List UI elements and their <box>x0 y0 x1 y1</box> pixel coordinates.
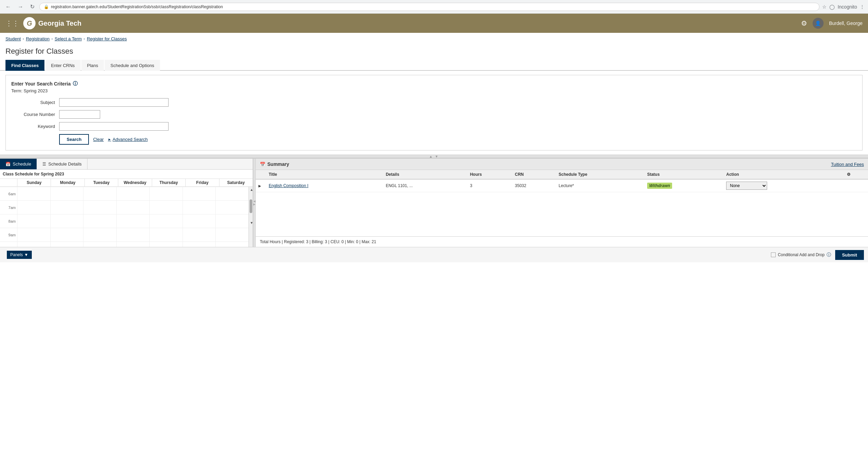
row-title: English Composition I <box>266 179 383 192</box>
status-badge: Withdrawn <box>647 183 672 189</box>
day-monday: Monday <box>51 179 84 186</box>
scroll-down-arrow[interactable]: ▼ <box>249 220 253 226</box>
tab-plans[interactable]: Plans <box>81 60 104 71</box>
col-header-action: Action <box>723 170 844 179</box>
course-number-label: Course Number <box>11 112 59 117</box>
day-tuesday: Tuesday <box>84 179 118 186</box>
breadcrumb-registration[interactable]: Registration <box>26 36 50 41</box>
handle-dots: ▲ ▼ <box>429 155 439 158</box>
conditional-checkbox[interactable] <box>771 252 776 257</box>
row-settings <box>844 179 868 192</box>
term-label: Term: Spring 2023 <box>11 88 857 93</box>
breadcrumb-sep-1: • <box>52 37 53 40</box>
row-action: None Drop Web Drop <box>723 179 844 192</box>
breadcrumb-register[interactable]: Register for Classes <box>87 36 127 41</box>
col-header-crn: CRN <box>512 170 556 179</box>
browser-bar: ← → ↻ 🔒 registration.banner.gatech.edu/S… <box>0 0 868 14</box>
address-bar[interactable]: 🔒 registration.banner.gatech.edu/Student… <box>39 3 819 11</box>
keyword-input[interactable] <box>59 122 169 131</box>
calendar-scrollbar[interactable]: ▲ ▼ <box>249 187 253 247</box>
form-actions: Search Clear ► Advanced Search <box>11 134 857 145</box>
page-title: Register for Classes <box>0 45 868 60</box>
profile-icon[interactable]: ◯ <box>829 4 835 10</box>
back-button[interactable]: ← <box>3 3 13 11</box>
breadcrumb-sep-2: • <box>84 37 85 40</box>
keyword-label: Keyword <box>11 124 59 129</box>
schedule-tabs: 📅 Schedule ☰ Schedule Details <box>0 159 253 170</box>
info-icon[interactable]: ⓘ <box>73 81 78 87</box>
app-header-right: ⚙ 👤 Burdell, George <box>801 18 863 29</box>
summary-title: 📅 Summary <box>260 161 289 167</box>
col-header-details: Details <box>383 170 467 179</box>
day-columns <box>17 187 249 247</box>
forward-button[interactable]: → <box>16 3 25 11</box>
time-10am: 10am <box>0 241 17 247</box>
col-header-hours: Hours <box>467 170 512 179</box>
summary-table-head: Title Details Hours CRN Schedule Type St… <box>256 170 868 179</box>
breadcrumb-select-term[interactable]: Select a Term <box>55 36 82 41</box>
row-hours: 3 <box>467 179 512 192</box>
panels-button[interactable]: Panels ▼ <box>7 251 32 259</box>
action-select[interactable]: None Drop Web Drop <box>726 182 767 190</box>
bottom-area: 📅 Schedule ☰ Schedule Details Class Sche… <box>0 158 868 247</box>
triangle-icon: ► <box>108 137 111 141</box>
summary-header: 📅 Summary Tuition and Fees <box>256 159 868 170</box>
grid-icon[interactable]: ⋮⋮ <box>5 19 19 27</box>
col-header-title-text: Title <box>266 170 383 179</box>
conditional-info-icon[interactable]: ⓘ <box>827 252 831 258</box>
breadcrumb-sep-0: • <box>23 37 24 40</box>
breadcrumb-student[interactable]: Student <box>5 36 21 41</box>
logo-icon: G <box>23 17 36 29</box>
search-panel: Enter Your Search Criteria ⓘ Term: Sprin… <box>5 75 863 150</box>
bookmark-icon[interactable]: ☆ <box>822 4 827 10</box>
lock-icon: 🔒 <box>44 4 49 9</box>
day-wednesday: Wednesday <box>118 179 151 186</box>
logo-area: G Georgia Tech <box>23 17 81 29</box>
calendar-tab-icon: 📅 <box>5 162 11 167</box>
logo-text: Georgia Tech <box>38 19 81 27</box>
table-settings-icon[interactable]: ⚙ <box>847 172 851 177</box>
row-status: Withdrawn <box>644 179 723 192</box>
course-title-link[interactable]: English Composition I <box>269 183 308 188</box>
day-sunday: Sunday <box>17 179 51 186</box>
menu-icon[interactable]: ⋮ <box>860 4 865 10</box>
tab-find-classes[interactable]: Find Classes <box>5 60 44 71</box>
scroll-thumb[interactable] <box>250 199 252 213</box>
resize-handle[interactable]: ▲ ▼ <box>0 155 868 158</box>
tab-schedule-details[interactable]: ☰ Schedule Details <box>37 159 88 169</box>
col-saturday <box>215 187 249 247</box>
list-tab-icon: ☰ <box>42 162 46 167</box>
reload-button[interactable]: ↻ <box>28 3 37 11</box>
search-button[interactable]: Search <box>59 134 89 145</box>
keyword-row: Keyword <box>11 122 857 131</box>
submit-button[interactable]: Submit <box>835 250 864 260</box>
tab-schedule[interactable]: 📅 Schedule <box>0 159 37 169</box>
schedule-title: Class Schedule for Spring 2023 <box>0 170 253 179</box>
user-avatar[interactable]: 👤 <box>813 18 824 29</box>
col-header-schedule-type: Schedule Type <box>556 170 644 179</box>
vertical-resize-handle[interactable]: ◀▶ <box>253 159 256 247</box>
tab-schedule-options[interactable]: Schedule and Options <box>105 60 160 71</box>
username-label: Burdell, George <box>829 21 863 26</box>
col-friday <box>183 187 216 247</box>
advanced-search-link[interactable]: ► Advanced Search <box>108 137 148 142</box>
tab-enter-crns[interactable]: Enter CRNs <box>45 60 80 71</box>
row-expand-arrow[interactable]: ▶ <box>256 179 266 192</box>
calendar-header: Sunday Monday Tuesday Wednesday Thursday… <box>0 179 253 187</box>
scroll-up-arrow[interactable]: ▲ <box>249 187 253 193</box>
col-header-status: Status <box>644 170 723 179</box>
clear-button[interactable]: Clear <box>93 137 104 142</box>
bottom-bar: Panels ▼ Conditional Add and Drop ⓘ Subm… <box>0 247 868 262</box>
subject-input[interactable] <box>59 98 169 107</box>
incognito-label: Incognito <box>838 4 857 10</box>
url-text: registration.banner.gatech.edu/StudentRe… <box>51 4 223 9</box>
settings-header-icon[interactable]: ⚙ <box>801 19 807 27</box>
summary-table-body: ▶ English Composition I ENGL 1101, ... 3… <box>256 179 868 192</box>
course-number-input[interactable] <box>59 110 100 119</box>
breadcrumb: Student • Registration • Select a Term •… <box>0 33 868 45</box>
summary-calendar-icon: 📅 <box>260 162 265 167</box>
tuition-fees-link[interactable]: Tuition and Fees <box>831 162 864 167</box>
col-header-title <box>256 170 266 179</box>
col-monday <box>50 187 83 247</box>
summary-table-container: Title Details Hours CRN Schedule Type St… <box>256 170 868 236</box>
